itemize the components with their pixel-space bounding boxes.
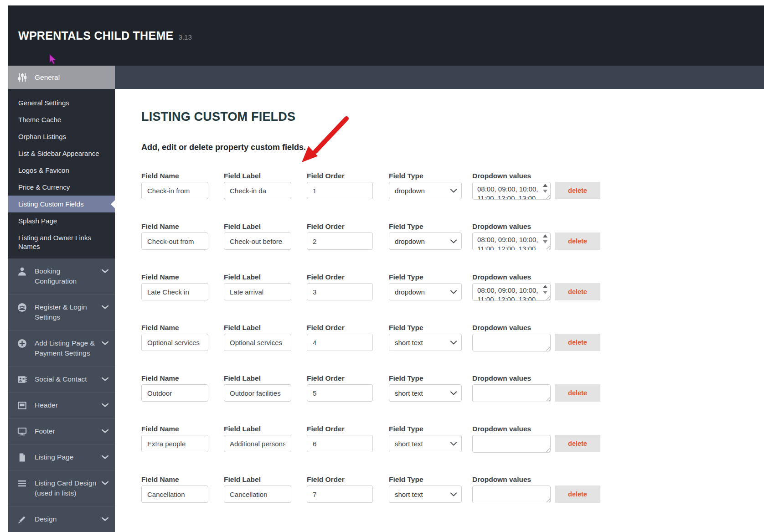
field-type-select[interactable]: short text <box>389 384 462 402</box>
sidebar-section[interactable]: Listing Card Design (used in lists) <box>8 470 115 506</box>
sidebar-item-label: Price & Currency <box>18 183 70 191</box>
textarea-scrollbar[interactable] <box>542 234 548 248</box>
sidebar-item[interactable]: Listing Custom Fields <box>8 196 115 212</box>
scroll-up-icon[interactable] <box>543 285 547 288</box>
sidebar-section-label: Social & Contact <box>35 374 102 384</box>
sidebar: General General Settings Theme Cache Orp… <box>8 66 115 532</box>
sidebar-section[interactable]: Design <box>8 506 115 532</box>
sidebar-tab-general[interactable]: General <box>8 66 115 89</box>
field-name-input[interactable] <box>141 182 208 199</box>
field-name-input[interactable] <box>141 283 208 300</box>
secondary-bar <box>115 66 764 89</box>
scroll-down-icon[interactable] <box>543 240 547 243</box>
main-content: LISTING CUSTOM FIELDS Add, edit or delet… <box>115 89 764 532</box>
scroll-up-icon[interactable] <box>543 234 547 238</box>
dropdown-values-label: Dropdown values <box>472 374 551 382</box>
field-order-input[interactable] <box>307 182 373 199</box>
sidebar-section[interactable]: Register & Login Settings <box>8 294 115 331</box>
delete-button[interactable]: delete <box>555 283 600 300</box>
sidebar-item[interactable]: Theme Cache <box>8 111 115 128</box>
dropdown-values-textarea[interactable] <box>472 182 551 200</box>
sidebar-section[interactable]: Booking Configuration <box>8 258 115 294</box>
dropdown-values-label: Dropdown values <box>472 273 551 281</box>
sidebar-tab-label: General <box>35 73 60 82</box>
field-type-select[interactable]: short text <box>389 334 462 351</box>
app-version: 3.13 <box>179 33 192 41</box>
window-icon <box>17 401 27 410</box>
sidebar-item[interactable]: General Settings <box>8 94 115 111</box>
field-name-input[interactable] <box>141 334 208 351</box>
field-type-label: Field Type <box>389 273 462 281</box>
sidebar-section-label: Footer <box>35 426 102 436</box>
sidebar-section[interactable]: Footer <box>8 418 115 444</box>
dropdown-values-textarea[interactable] <box>472 486 551 503</box>
field-type-label: Field Type <box>389 172 462 180</box>
custom-field-row: Field Name Field Label Field Order Field… <box>141 475 600 503</box>
plus-circle-icon <box>17 339 27 348</box>
field-label-input[interactable] <box>224 435 291 452</box>
field-label-input[interactable] <box>224 283 291 300</box>
dropdown-values-textarea[interactable] <box>472 334 551 351</box>
field-type-select[interactable]: dropdown <box>389 283 462 300</box>
textarea-scrollbar[interactable] <box>542 184 548 197</box>
sidebar-section[interactable]: Listing Page <box>8 444 115 470</box>
field-name-input[interactable] <box>141 486 208 503</box>
field-name-input[interactable] <box>141 435 208 452</box>
field-label-input[interactable] <box>224 334 291 351</box>
sidebar-item[interactable]: Orphan Listings <box>8 128 115 145</box>
field-order-input[interactable] <box>307 486 373 503</box>
field-name-input[interactable] <box>141 232 208 250</box>
delete-button[interactable]: delete <box>555 334 600 351</box>
field-label-input[interactable] <box>224 232 291 250</box>
field-label-input[interactable] <box>224 182 291 199</box>
field-label-input[interactable] <box>224 486 291 503</box>
sidebar-section[interactable]: Header <box>8 393 115 418</box>
dropdown-values-textarea[interactable] <box>472 232 551 250</box>
monitor-icon <box>17 427 27 436</box>
textarea-scrollbar[interactable] <box>542 285 548 299</box>
sidebar-item[interactable]: Price & Currency <box>8 179 115 196</box>
field-type-select[interactable]: short text <box>389 435 462 452</box>
field-name-label: Field Name <box>141 425 208 433</box>
sidebar-submenu: General Settings Theme Cache Orphan List… <box>8 89 115 258</box>
chevron-down-icon <box>102 517 108 522</box>
dropdown-values-textarea[interactable] <box>472 384 551 402</box>
field-order-input[interactable] <box>307 334 373 351</box>
scroll-down-icon[interactable] <box>543 291 547 294</box>
sidebar-sections: Booking Configuration Register & Login S… <box>8 258 115 532</box>
sidebar-item[interactable]: Splash Page <box>8 212 115 229</box>
delete-button[interactable]: delete <box>555 232 600 250</box>
field-order-input[interactable] <box>307 232 373 250</box>
dropdown-values-textarea[interactable] <box>472 283 551 301</box>
field-order-input[interactable] <box>307 283 373 300</box>
delete-button[interactable]: delete <box>555 182 600 199</box>
users-icon <box>17 303 27 312</box>
custom-field-row: Field Name Field Label Field Order Field… <box>141 273 600 301</box>
field-name-label: Field Name <box>141 324 208 331</box>
delete-button[interactable]: delete <box>555 435 600 452</box>
sidebar-item[interactable]: Listing and Owner Links Names <box>8 229 115 255</box>
sidebar-section[interactable]: Add Listing Page & Payment Settings <box>8 331 115 367</box>
chevron-down-icon <box>102 269 108 274</box>
field-type-select[interactable]: dropdown <box>389 182 462 199</box>
sidebar-item-label: Listing and Owner Links Names <box>18 234 91 250</box>
delete-button[interactable]: delete <box>555 384 600 402</box>
delete-button[interactable]: delete <box>555 486 600 503</box>
field-type-label: Field Type <box>389 425 462 433</box>
field-label-input[interactable] <box>224 384 291 402</box>
dropdown-values-textarea[interactable] <box>472 435 551 453</box>
field-type-select[interactable]: dropdown <box>389 232 462 250</box>
field-order-input[interactable] <box>307 435 373 452</box>
sidebar-section[interactable]: Social & Contact <box>8 367 115 393</box>
sidebar-item[interactable]: List & Sidebar Appearance <box>8 145 115 162</box>
scroll-up-icon[interactable] <box>543 184 547 187</box>
field-type-select[interactable]: short text <box>389 486 462 503</box>
field-order-input[interactable] <box>307 384 373 402</box>
sidebar-item-label: Splash Page <box>18 217 57 225</box>
field-name-input[interactable] <box>141 384 208 402</box>
field-label-label: Field Label <box>224 324 291 331</box>
sidebar-section-label: Booking Configuration <box>35 266 102 286</box>
scroll-down-icon[interactable] <box>543 190 547 193</box>
sidebar-item[interactable]: Logos & Favicon <box>8 162 115 179</box>
sidebar-item-label: Theme Cache <box>18 116 61 124</box>
